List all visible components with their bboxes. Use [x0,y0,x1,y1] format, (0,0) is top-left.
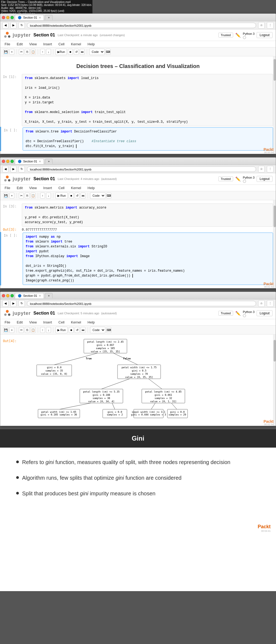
browser-tab-2[interactable]: 🔵 Section 01 ✕ [15,159,44,164]
move-up-btn-1[interactable]: ↑ [40,49,45,55]
cut-btn-1[interactable]: ✂ [19,49,24,55]
close-btn-1[interactable] [2,16,5,19]
back-button-3[interactable]: ◀ [2,300,8,307]
menu-file-3[interactable]: File [4,320,11,325]
scroll-thumb-2[interactable] [274,206,276,227]
menu-kernel-2[interactable]: Kernel [70,185,82,190]
refresh-button-1[interactable]: ↻ [19,22,25,29]
star-button-3[interactable]: ☆ [258,300,265,307]
minimize-btn-1[interactable] [6,16,9,19]
add-cell-btn-3[interactable]: + [9,327,14,333]
fastforward-btn-2[interactable]: ⏭ [81,193,85,199]
menu-button-3[interactable]: ⋮ [267,300,274,307]
add-cell-btn-2[interactable]: + [9,193,14,199]
menu-help-2[interactable]: Help [87,185,96,190]
address-input-3[interactable]: localhost:8888/notebooks/Section%2001.ip… [27,301,256,306]
address-input-1[interactable]: localhost:8888/notebooks/Section%2001.ip… [27,23,256,28]
move-down-btn-1[interactable]: ↓ [46,49,51,55]
keyboard-btn-3[interactable]: ⌨ [106,327,111,333]
refresh-button-2[interactable]: ↻ [19,166,25,172]
logout-btn-1[interactable]: Logout [257,32,272,38]
run-btn-3[interactable]: ▶ Run [56,327,68,333]
scrollbar-2[interactable] [273,200,276,288]
forward-button-3[interactable]: ▶ [11,300,16,307]
close-btn-3[interactable] [2,294,5,297]
move-down-btn-2[interactable]: ↓ [46,193,51,199]
move-up-btn-2[interactable]: ↑ [40,193,45,199]
cell-content-4[interactable]: import numpy as np from sklearn import t… [23,233,273,285]
menu-edit-3[interactable]: Edit [16,320,24,325]
stop-btn-3[interactable]: ■ [69,327,74,333]
save-btn-3[interactable]: 💾 [4,327,8,333]
run-btn-1[interactable]: ▶ Run [56,49,67,55]
logout-btn-3[interactable]: Logout [257,310,272,316]
refresh-button-3[interactable]: ↻ [19,300,25,307]
minimize-btn-3[interactable] [6,294,9,297]
menu-edit-1[interactable]: Edit [16,42,24,47]
menu-view-1[interactable]: View [28,42,38,47]
cell-type-select-3[interactable]: Code [90,327,105,333]
menu-button-1[interactable]: ⋮ [267,22,274,29]
restart-btn-2[interactable]: ↺ [75,193,80,199]
fastforward-btn-3[interactable]: ⏭ [81,327,85,333]
trusted-btn-2[interactable]: Trusted [218,176,233,181]
keyboard-btn-1[interactable]: ⌨ [106,49,111,55]
forward-button-1[interactable]: ▶ [11,22,16,29]
browser-tab-2b[interactable]: + [45,159,53,164]
cell-content-1[interactable]: from sklearn.datasets import load_iris i… [22,74,273,126]
browser-tab-3b[interactable]: + [45,293,53,298]
star-button-2[interactable]: ☆ [258,166,265,172]
back-button-1[interactable]: ◀ [2,22,8,29]
menu-view-3[interactable]: View [28,320,38,325]
menu-insert-3[interactable]: Insert [42,320,53,325]
trusted-btn-3[interactable]: Trusted [218,311,233,316]
paste-btn-2[interactable]: 📋 [31,193,36,199]
paste-btn-1[interactable]: 📋 [31,49,36,55]
stop-btn-1[interactable]: ■ [68,49,73,55]
star-button-1[interactable]: ☆ [258,22,265,29]
close-btn-2[interactable] [2,160,5,163]
logout-btn-2[interactable]: Logout [257,176,272,182]
menu-cell-2[interactable]: Cell [57,185,65,190]
restart-btn-3[interactable]: ↺ [75,327,80,333]
minimize-btn-2[interactable] [6,160,9,163]
copy-btn-3[interactable]: ⎘ [25,327,30,333]
tab-close-2[interactable]: ✕ [39,160,41,163]
menu-kernel-1[interactable]: Kernel [70,42,82,47]
save-btn-2[interactable]: 💾 [4,193,8,199]
restart-btn-1[interactable]: ↺ [74,49,79,55]
stop-btn-2[interactable]: ■ [69,193,74,199]
edit-icon-3[interactable]: ✏️ [235,311,241,316]
tab-close-3[interactable]: ✕ [39,294,41,297]
menu-insert-1[interactable]: Insert [42,42,53,47]
scrollbar-1[interactable] [273,56,276,154]
address-input-2[interactable]: localhost:8888/notebooks/Section%2001.ip… [27,166,256,172]
cut-btn-3[interactable]: ✂ [19,327,24,333]
paste-btn-3[interactable]: 📋 [31,327,36,333]
tab-close-1[interactable]: ✕ [39,16,41,19]
menu-button-2[interactable]: ⋮ [267,166,274,172]
run-btn-2[interactable]: ▶ Run [56,192,68,199]
copy-btn-1[interactable]: ⎘ [25,49,30,55]
browser-tab-3[interactable]: 🔵 Section 01 ✕ [15,293,44,298]
maximize-btn-3[interactable] [11,294,14,297]
menu-cell-1[interactable]: Cell [57,42,65,47]
cell-type-select-2[interactable]: Code [90,192,105,199]
menu-edit-2[interactable]: Edit [16,185,24,190]
maximize-btn-2[interactable] [11,160,14,163]
edit-icon-2[interactable]: ✏️ [235,176,241,182]
scroll-thumb-3[interactable] [274,340,276,362]
menu-file-1[interactable]: File [4,42,11,47]
forward-button-2[interactable]: ▶ [11,166,16,172]
menu-help-3[interactable]: Help [87,320,96,325]
move-down-btn-3[interactable]: ↓ [46,327,51,333]
move-up-btn-3[interactable]: ↑ [40,327,45,333]
save-btn-1[interactable]: 💾 [4,49,8,55]
menu-file-2[interactable]: File [4,185,11,190]
cell-content-3[interactable]: from sklearn.metrics import accuracy_sco… [22,203,273,227]
scroll-thumb-1[interactable] [274,59,276,81]
browser-tab-1[interactable]: 🔵 Section 01 ✕ [15,15,44,20]
keyboard-btn-2[interactable]: ⌨ [106,193,111,199]
fastforward-btn-1[interactable]: ⏭ [80,49,85,55]
cut-btn-2[interactable]: ✂ [19,193,24,199]
